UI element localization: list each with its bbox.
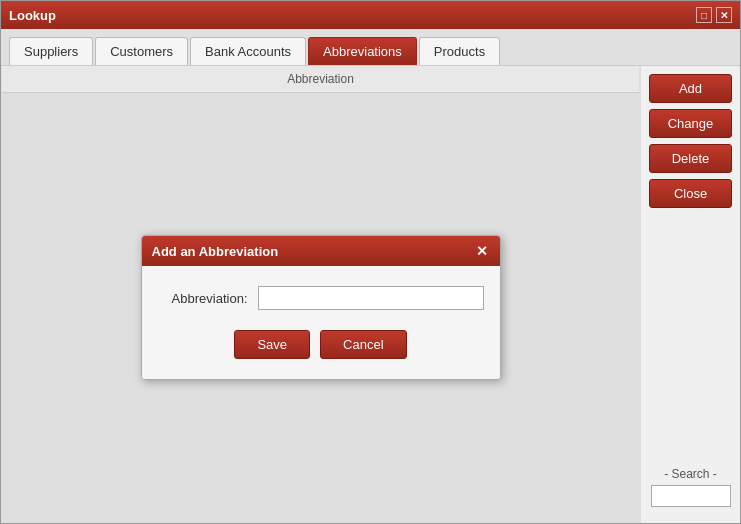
modal-footer: Save Cancel — [158, 330, 484, 363]
titlebar: Lookup □ ✕ — [1, 1, 740, 29]
main-area: Abbreviation Add an Abbreviation ✕ Abbre — [1, 66, 740, 523]
abbreviation-label: Abbreviation: — [158, 291, 248, 306]
abbreviation-input[interactable] — [258, 286, 484, 310]
tab-customers[interactable]: Customers — [95, 37, 188, 65]
close-button[interactable]: ✕ — [716, 7, 732, 23]
modal-close-button[interactable]: ✕ — [474, 243, 490, 259]
tab-abbreviations[interactable]: Abbreviations — [308, 37, 417, 65]
tabs-bar: Suppliers Customers Bank Accounts Abbrev… — [1, 29, 740, 66]
search-input[interactable] — [651, 485, 731, 507]
window-title: Lookup — [9, 8, 696, 23]
maximize-button[interactable]: □ — [696, 7, 712, 23]
modal-body: Abbreviation: Save Cancel — [142, 266, 500, 379]
modal-overlay: Add an Abbreviation ✕ Abbreviation: Save — [2, 93, 639, 522]
search-label: - Search - — [664, 467, 717, 481]
list-area: Add an Abbreviation ✕ Abbreviation: Save — [2, 93, 639, 522]
form-row-abbreviation: Abbreviation: — [158, 286, 484, 310]
add-abbreviation-modal: Add an Abbreviation ✕ Abbreviation: Save — [141, 235, 501, 380]
column-header: Abbreviation — [2, 66, 639, 93]
modal-title: Add an Abbreviation — [152, 244, 279, 259]
tab-suppliers[interactable]: Suppliers — [9, 37, 93, 65]
change-button[interactable]: Change — [649, 109, 732, 138]
sidebar: Add Change Delete Close - Search - — [640, 66, 740, 523]
save-button[interactable]: Save — [234, 330, 310, 359]
tab-bank-accounts[interactable]: Bank Accounts — [190, 37, 306, 65]
cancel-button[interactable]: Cancel — [320, 330, 406, 359]
close-button[interactable]: Close — [649, 179, 732, 208]
lookup-window: Lookup □ ✕ Suppliers Customers Bank Acco… — [0, 0, 741, 524]
add-button[interactable]: Add — [649, 74, 732, 103]
search-area: - Search - — [649, 467, 732, 515]
content-area: Abbreviation Add an Abbreviation ✕ Abbre — [1, 66, 640, 523]
titlebar-controls: □ ✕ — [696, 7, 732, 23]
modal-titlebar: Add an Abbreviation ✕ — [142, 236, 500, 266]
delete-button[interactable]: Delete — [649, 144, 732, 173]
tab-products[interactable]: Products — [419, 37, 500, 65]
